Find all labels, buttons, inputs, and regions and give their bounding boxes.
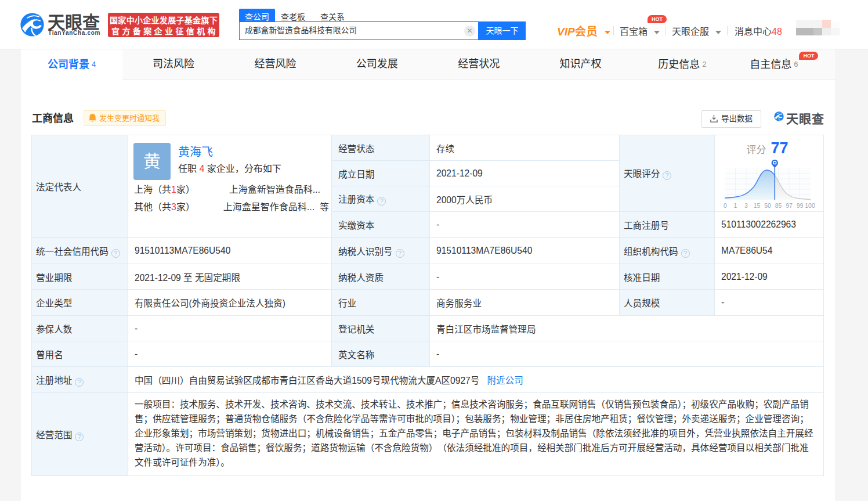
svg-text:0: 0: [724, 202, 727, 209]
svg-text:100: 100: [805, 202, 815, 209]
svg-text:99: 99: [797, 202, 804, 209]
svg-text:15: 15: [754, 202, 761, 209]
svg-text:3: 3: [744, 202, 748, 209]
svg-text:50: 50: [764, 202, 771, 209]
svg-text:1: 1: [734, 202, 737, 209]
svg-text:85: 85: [775, 202, 782, 209]
svg-text:97: 97: [786, 202, 793, 209]
